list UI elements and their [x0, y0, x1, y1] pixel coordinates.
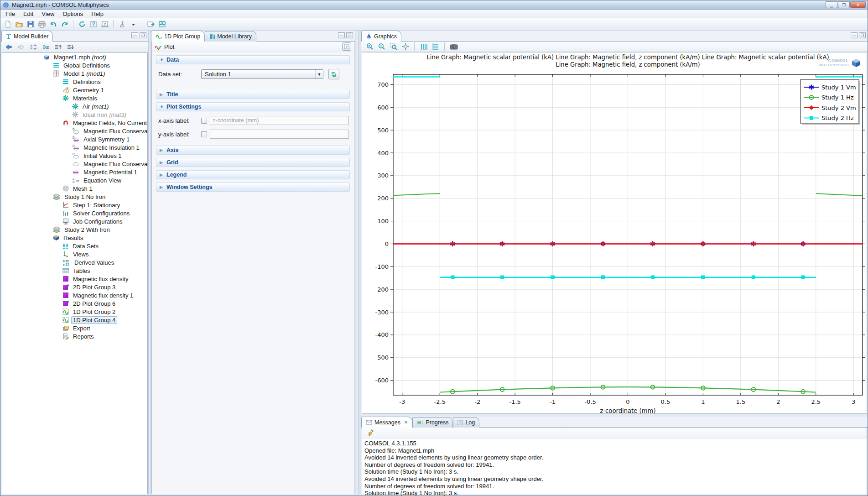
tree-item-magnetic-fields-no-currents[interactable]: Magnetic Fields, No Currents(mfnc): [2, 119, 147, 127]
tree-item-magnetic-flux-density[interactable]: Magnetic flux density: [2, 275, 147, 283]
dropdown-arrow-button[interactable]: [128, 19, 139, 29]
brush-button[interactable]: [117, 19, 127, 29]
panel-maximize-icon[interactable]: ❐: [346, 32, 353, 38]
plot-canvas[interactable]: COMSOL MULTIPHYSICS Line Graph: Magnetic…: [362, 52, 867, 414]
tree-item-1d-plot-group-2[interactable]: 1D Plot Group 2: [2, 308, 147, 316]
tree-item-magnetic-flux-density-1[interactable]: Magnetic flux density 1: [2, 291, 147, 299]
y-axis-input[interactable]: [210, 130, 349, 139]
x-axis-input[interactable]: [210, 116, 349, 125]
y-axis-checkbox[interactable]: [201, 131, 207, 137]
broom-button[interactable]: [365, 428, 375, 438]
tree-item-global-definitions[interactable]: Global Definitions: [2, 61, 147, 69]
tab-progress[interactable]: Progress: [412, 417, 453, 428]
help-book-button[interactable]: ?: [88, 19, 99, 29]
panel-minimize-icon[interactable]: —: [131, 32, 138, 38]
tree-item-definitions[interactable]: Definitions: [2, 78, 147, 86]
tree-item-magnet1-mph[interactable]: Magnet1.mph(root): [2, 53, 147, 61]
section-window-settings[interactable]: ▶ Window Settings: [156, 183, 350, 192]
tab-model-library[interactable]: Model Library: [205, 31, 256, 42]
panel-maximize-icon[interactable]: ❐: [859, 32, 866, 38]
tree-item-geometry-1[interactable]: Geometry 1: [2, 86, 147, 94]
tree-item-2d-plot-group-3[interactable]: ✳ 2D Plot Group 3: [2, 283, 147, 291]
tree-item-magnetic-flux-conservation-1[interactable]: D Magnetic Flux Conservation 1: [2, 127, 147, 135]
undo-button[interactable]: [48, 19, 58, 29]
print-button[interactable]: [36, 19, 47, 29]
section-grid[interactable]: ▶ Grid: [156, 158, 350, 167]
tree-item-2d-plot-group-6[interactable]: ✳ 2D Plot Group 6: [2, 299, 147, 308]
tree-item-export[interactable]: Export: [2, 324, 147, 332]
back-button[interactable]: [3, 42, 14, 52]
menu-options[interactable]: Options: [58, 10, 87, 18]
tree-item-air[interactable]: Air(mat1): [2, 102, 147, 110]
zoom-box-button[interactable]: [388, 41, 399, 52]
collapse-all-button[interactable]: [28, 42, 38, 52]
section-plot-settings[interactable]: ▼ Plot Settings: [156, 102, 350, 111]
tree-item-magnetic-flux-conservation-2[interactable]: Magnetic Flux Conservation 2: [2, 160, 147, 168]
tree-item-materials[interactable]: Materials: [2, 94, 147, 102]
close-button[interactable]: ✕: [850, 1, 866, 8]
tab-graphics[interactable]: Graphics: [361, 31, 401, 42]
export-image-button[interactable]: [146, 19, 156, 29]
tree-item-axial-symmetry-1[interactable]: D Axial Symmetry 1: [2, 135, 147, 143]
show-button[interactable]: [40, 42, 51, 52]
save-button[interactable]: [25, 19, 36, 29]
tree-item-model-1[interactable]: Model 1(mod1): [2, 69, 147, 78]
tree-item-magnetic-insulation-1[interactable]: D Magnetic Insulation 1: [2, 143, 147, 151]
close-tab-icon[interactable]: ✕: [404, 420, 408, 425]
tree-item-ideal-iron[interactable]: Ideal Iron(mat3): [2, 110, 147, 119]
section-data[interactable]: ▼ Data: [156, 55, 350, 64]
help-button[interactable]: ?: [342, 42, 351, 51]
tree-item-study-2-with-iron[interactable]: Study 2 With Iron: [2, 225, 147, 234]
open-button[interactable]: [14, 19, 24, 29]
redo-button[interactable]: [59, 19, 70, 29]
refresh-solution-button[interactable]: [328, 69, 339, 79]
grid-x-button[interactable]: [418, 41, 429, 52]
minimize-button[interactable]: ▁: [826, 1, 837, 8]
tree-item-tables[interactable]: Tables: [2, 266, 147, 275]
tree-item-views[interactable]: Views: [2, 250, 147, 258]
snapshot-button[interactable]: [448, 41, 459, 52]
tree-item-reports[interactable]: Reports: [2, 332, 147, 340]
tree-item-mesh-1[interactable]: Mesh 1: [2, 184, 147, 193]
tree-item-equation-view[interactable]: ∂u∂t=f Equation View: [2, 176, 147, 184]
tree-item-step-1-stationary[interactable]: Step 1: Stationary: [2, 201, 147, 209]
tree-item-study-1-no-iron[interactable]: Study 1 No Iron: [2, 193, 147, 201]
maximize-button[interactable]: ❐: [838, 1, 850, 8]
zoom-out-button[interactable]: [376, 41, 387, 52]
tree-item-results[interactable]: Results: [2, 234, 147, 242]
sash-right[interactable]: [356, 31, 359, 495]
x-axis-checkbox[interactable]: [201, 118, 207, 124]
forward-button[interactable]: [16, 42, 26, 52]
tree-item-initial-values-1[interactable]: D Initial Values 1: [2, 151, 147, 160]
tab-log[interactable]: Log: [453, 417, 479, 428]
tree-item-solver-configurations[interactable]: Solver Configurations: [2, 209, 147, 217]
tree-item-data-sets[interactable]: Data Sets: [2, 242, 147, 250]
menu-view[interactable]: View: [37, 10, 58, 18]
movie-button[interactable]: [157, 19, 167, 29]
new-button[interactable]: [2, 19, 13, 29]
grid-y-button[interactable]: [430, 41, 441, 52]
tab-messages[interactable]: Messages ✕: [361, 417, 412, 428]
tree-item-magnetic-potential-1[interactable]: Magnetic Potential 1: [2, 168, 147, 176]
tree-item-1d-plot-group-4[interactable]: 1D Plot Group 4: [2, 316, 147, 324]
help-button[interactable]: ?: [99, 19, 110, 29]
panel-minimize-icon[interactable]: —: [338, 32, 345, 38]
tab-model-builder[interactable]: Model Builder: [1, 31, 53, 42]
section-legend[interactable]: ▶ Legend: [156, 170, 350, 179]
section-title[interactable]: ▶ Title: [156, 90, 350, 99]
panel-maximize-icon[interactable]: ❐: [140, 32, 146, 38]
zoom-in-button[interactable]: [364, 41, 375, 52]
refresh-button[interactable]: [77, 19, 87, 29]
menu-edit[interactable]: Edit: [19, 10, 37, 18]
move-down-button[interactable]: [65, 42, 75, 52]
tree-item-job-configurations[interactable]: Job Configurations: [2, 217, 147, 225]
panel-minimize-icon[interactable]: —: [851, 32, 858, 38]
tab-1d-plot-group[interactable]: 1D Plot Group: [151, 31, 205, 42]
section-axis[interactable]: ▶ Axis: [156, 146, 350, 155]
menu-file[interactable]: File: [1, 10, 19, 18]
tree-item-derived-values[interactable]: 8.85e-12 Derived Values: [2, 258, 147, 266]
move-up-button[interactable]: [52, 42, 63, 52]
zoom-extents-button[interactable]: [400, 41, 411, 52]
data-set-select[interactable]: Solution 1 ▼: [201, 69, 323, 79]
menu-help[interactable]: Help: [87, 10, 108, 18]
